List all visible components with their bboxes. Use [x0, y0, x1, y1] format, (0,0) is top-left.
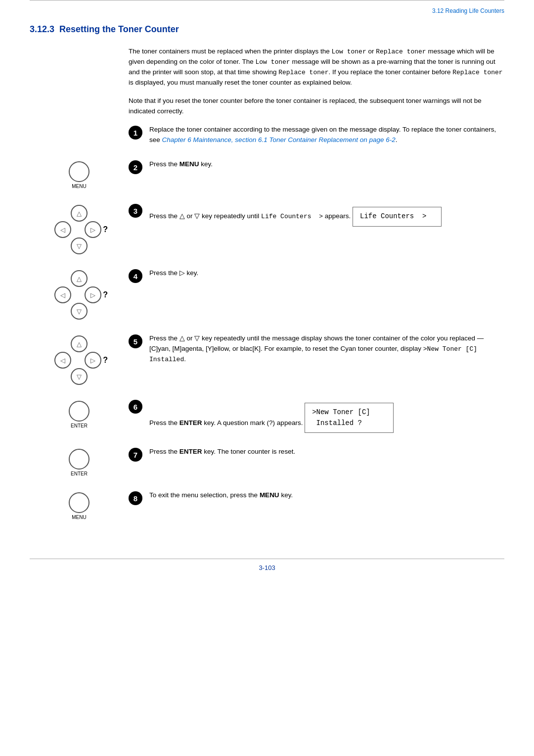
enter-key-2-icon	[69, 449, 89, 470]
step-4-text: Press the ▷ key.	[149, 268, 504, 279]
menu-key-icon	[69, 161, 89, 182]
step-2-number: 2	[129, 159, 149, 174]
question-mark-2-icon: ?	[103, 290, 108, 299]
step-5-number: 5	[129, 333, 149, 348]
down-arrow-2-icon: ▽	[71, 303, 88, 320]
header-section-ref: 3.12 Reading Life Counters	[0, 4, 534, 14]
menu-key-2-label: MENU	[72, 515, 86, 520]
step-8: MENU 8 To exit the menu selection, press…	[30, 490, 504, 520]
step-4-number: 4	[129, 268, 149, 283]
page-container: 3.12 Reading Life Counters 3.12.3 Resett…	[0, 0, 534, 756]
step-7-number: 7	[129, 447, 149, 462]
step-1-text: Replace the toner container according to…	[149, 125, 504, 145]
page-number: 3-103	[0, 559, 534, 576]
intro-paragraph-1: The toner containers must be replaced wh…	[129, 47, 504, 88]
step-6-number: 6	[129, 399, 149, 414]
menu-key-2-icon	[69, 492, 89, 513]
section-heading: 3.12.3 Resetting the Toner Counter	[30, 24, 504, 35]
step-6-display: >New Toner [C] Installed ?	[305, 403, 394, 433]
step-5-icon: △ ▽ ◁ ▷ ?	[30, 333, 129, 385]
step-5: △ ▽ ◁ ▷ ? 5 Press the △ or ▽ key repeate…	[30, 333, 504, 385]
step-1-number: 1	[129, 125, 149, 140]
question-mark-icon: ?	[103, 225, 108, 234]
up-arrow-icon: △	[71, 205, 88, 222]
enter-key-icon	[69, 401, 89, 422]
step-6-text: Press the ENTER key. A question mark (?)…	[149, 399, 504, 433]
step-2-icon: MENU	[30, 159, 129, 189]
step-3: △ ▽ ◁ ▷ ? 3 Press the △ or ▽ key repeate…	[30, 203, 504, 254]
left-arrow-icon: ◁	[54, 221, 71, 238]
step-1: 1 Replace the toner container according …	[30, 125, 504, 145]
enter-key-label: ENTER	[71, 423, 88, 428]
step-4: △ ▽ ◁ ▷ ? 4 Press the ▷ key.	[30, 268, 504, 320]
step-8-icon: MENU	[30, 490, 129, 520]
up-arrow-2-icon: △	[71, 270, 88, 287]
step-7-text: Press the ENTER key. The toner counter i…	[149, 447, 504, 457]
down-arrow-3-icon: ▽	[71, 368, 88, 385]
step-4-icon: △ ▽ ◁ ▷ ?	[30, 268, 129, 320]
step-8-text: To exit the menu selection, press the ME…	[149, 490, 504, 501]
menu-key-label: MENU	[72, 184, 86, 189]
step-3-number: 3	[129, 203, 149, 218]
right-arrow-3-icon: ▷	[85, 352, 101, 369]
up-arrow-3-icon: △	[71, 335, 88, 352]
step-3-icon: △ ▽ ◁ ▷ ?	[30, 203, 129, 254]
down-arrow-icon: ▽	[71, 237, 88, 254]
top-rule	[30, 0, 504, 4]
step-3-display: Life Counters >	[353, 207, 442, 227]
step-2: MENU 2 Press the MENU key.	[30, 159, 504, 189]
step-6-icon: ENTER	[30, 399, 129, 428]
step-1-icon	[30, 125, 129, 127]
enter-key-2-label: ENTER	[71, 471, 88, 476]
step-8-number: 8	[129, 490, 149, 505]
step-1-link[interactable]: Chapter 6 Maintenance, section 6.1 Toner…	[162, 136, 396, 143]
step-2-text: Press the MENU key.	[149, 159, 504, 170]
intro-paragraph-2: Note that if you reset the toner counter…	[129, 96, 504, 117]
question-mark-3-icon: ?	[103, 356, 108, 365]
step-7: ENTER 7 Press the ENTER key. The toner c…	[30, 447, 504, 476]
right-arrow-2-icon: ▷	[85, 286, 101, 303]
step-3-text: Press the △ or ▽ key repeatedly until Li…	[149, 203, 504, 227]
left-arrow-2-icon: ◁	[54, 286, 71, 303]
right-arrow-icon: ▷	[85, 221, 101, 238]
step-6: ENTER 6 Press the ENTER key. A question …	[30, 399, 504, 433]
step-5-text: Press the △ or ▽ key repeatedly until th…	[149, 333, 504, 365]
left-arrow-3-icon: ◁	[54, 352, 71, 369]
step-7-icon: ENTER	[30, 447, 129, 476]
main-content: 3.12.3 Resetting the Toner Counter The t…	[0, 14, 534, 554]
